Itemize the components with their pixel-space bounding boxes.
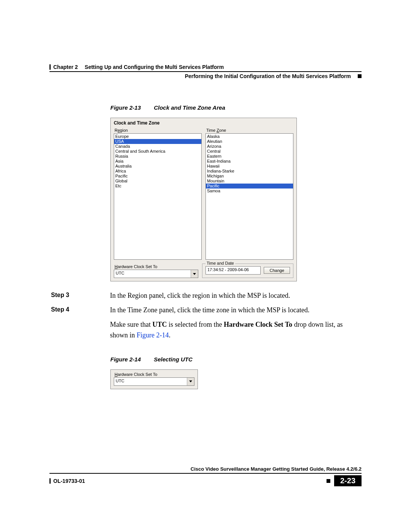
list-item[interactable]: Arizona bbox=[206, 144, 293, 149]
time-date-legend: Time and Date bbox=[206, 261, 235, 265]
hw-label-rest: ardware Clock Set To bbox=[118, 264, 157, 269]
step-4-label: Step 4 bbox=[49, 305, 110, 341]
chapter-title: Setting Up and Configuring the Multi Ser… bbox=[85, 64, 224, 70]
timezone-listbox[interactable]: AlaskaAleutianArizonaCentralEasternEast-… bbox=[206, 133, 293, 260]
list-item[interactable]: Central bbox=[206, 149, 293, 154]
footer-vbar-icon bbox=[49, 478, 51, 484]
figure-label: Figure 2-13 bbox=[110, 104, 152, 111]
list-item[interactable]: Aleutian bbox=[206, 139, 293, 144]
region-pane: Region EuropeUSACanadaCentral and South … bbox=[114, 128, 202, 260]
list-item[interactable]: Asia bbox=[114, 159, 201, 164]
panel-title: Clock and Time Zone bbox=[114, 120, 293, 126]
list-item[interactable]: Canada bbox=[114, 144, 201, 149]
figure-link-2-14[interactable]: Figure 2-14 bbox=[137, 331, 169, 339]
timezone-label: Time Zone bbox=[206, 128, 293, 133]
selecting-utc-screenshot: Hardware Clock Set To UTC bbox=[110, 369, 198, 389]
list-item[interactable]: Global bbox=[114, 179, 201, 184]
footer-square-icon bbox=[327, 479, 330, 483]
figure-label: Figure 2-14 bbox=[110, 356, 152, 363]
step-4: Step 4 In the Time Zone panel, click the… bbox=[49, 305, 362, 341]
list-item[interactable]: Russia bbox=[114, 154, 201, 159]
footer-row: OL-19733-01 2-23 bbox=[49, 475, 362, 486]
list-item[interactable]: Hawaii bbox=[206, 164, 293, 169]
hw-clock-value: UTC bbox=[114, 270, 191, 278]
hw-clock-label-2: Hardware Clock Set To bbox=[115, 372, 194, 377]
list-item[interactable]: Africa bbox=[114, 169, 201, 174]
running-header-line1: Chapter 2 Setting Up and Configuring the… bbox=[49, 64, 362, 70]
footer-rule bbox=[49, 473, 362, 474]
page: Chapter 2 Setting Up and Configuring the… bbox=[0, 0, 411, 532]
t: is selected from the bbox=[167, 321, 223, 328]
bold-hwclock: Hardware Clock Set To bbox=[224, 321, 292, 328]
region-label-post: gion bbox=[120, 128, 128, 133]
header-rule bbox=[49, 71, 362, 72]
region-label-pre: R bbox=[115, 128, 118, 133]
list-item[interactable]: Michigan bbox=[206, 174, 293, 179]
header-vbar-icon bbox=[49, 64, 51, 70]
hw-clock-value-2: UTC bbox=[114, 378, 187, 385]
chapter-label: Chapter 2 bbox=[53, 64, 78, 70]
hw-clock-dropdown-2[interactable]: UTC bbox=[114, 377, 194, 386]
panes-row: Region EuropeUSACanadaCentral and South … bbox=[114, 128, 293, 260]
list-item[interactable]: Pacific bbox=[206, 184, 293, 189]
figure-title: Selecting UTC bbox=[154, 356, 193, 363]
timezone-pane: Time Zone AlaskaAleutianArizonaCentralEa… bbox=[206, 128, 293, 260]
figure-title: Clock and Time Zone Area bbox=[154, 104, 225, 111]
step-3: Step 3 In the Region panel, click the re… bbox=[49, 291, 362, 301]
header-square-icon bbox=[358, 74, 362, 78]
clock-timezone-screenshot: Clock and Time Zone Region EuropeUSACana… bbox=[110, 118, 297, 281]
list-item[interactable]: Central and South America bbox=[114, 149, 201, 154]
step-4-extra: Make sure that UTC is selected from the … bbox=[110, 320, 362, 341]
hw2-rest: ardware Clock Set To bbox=[118, 372, 157, 377]
dropdown-button[interactable] bbox=[191, 270, 198, 278]
bottom-row: Hardware Clock Set To UTC Time and Date … bbox=[114, 264, 293, 278]
time-date-group: Time and Date 17:34:52 - 2009-04-06 Chan… bbox=[202, 264, 293, 278]
figure-caption-2-14: Figure 2-14 Selecting UTC bbox=[110, 356, 362, 363]
list-item[interactable]: Eastern bbox=[206, 154, 293, 159]
list-item[interactable]: Etc bbox=[114, 184, 201, 189]
list-item[interactable]: Europe bbox=[114, 134, 201, 139]
dropdown-button-2[interactable] bbox=[187, 378, 194, 385]
timezone-label-post: one bbox=[219, 128, 226, 133]
region-label: Region bbox=[115, 128, 202, 133]
hw-label-accel: H bbox=[115, 264, 118, 269]
time-date-value: 17:34:52 - 2009-04-06 bbox=[206, 266, 261, 275]
hw-clock-dropdown[interactable]: UTC bbox=[114, 270, 198, 278]
footer-guide-title: Cisco Video Surveillance Manager Getting… bbox=[49, 466, 362, 472]
chevron-down-icon bbox=[189, 380, 192, 382]
list-item[interactable]: USA bbox=[114, 139, 201, 144]
step-3-label: Step 3 bbox=[49, 291, 110, 301]
region-listbox[interactable]: EuropeUSACanadaCentral and South America… bbox=[114, 133, 202, 260]
chevron-down-icon bbox=[193, 273, 196, 275]
list-item[interactable]: Indiana-Starke bbox=[206, 169, 293, 174]
timezone-label-pre: Time bbox=[206, 128, 217, 133]
t: Make sure that bbox=[110, 321, 152, 328]
step-4-line1: In the Time Zone panel, click the time z… bbox=[110, 305, 362, 316]
change-button[interactable]: Change bbox=[264, 267, 290, 274]
list-item[interactable]: Mountain bbox=[206, 179, 293, 184]
page-number-badge: 2-23 bbox=[334, 475, 362, 486]
bold-utc: UTC bbox=[152, 321, 167, 328]
t: . bbox=[169, 331, 171, 339]
list-item[interactable]: Pacific bbox=[114, 174, 201, 179]
section-title: Performing the Initial Configuration of … bbox=[185, 73, 351, 79]
doc-id: OL-19733-01 bbox=[53, 478, 85, 484]
list-item[interactable]: Australia bbox=[114, 164, 201, 169]
step-4-body: In the Time Zone panel, click the time z… bbox=[110, 305, 362, 341]
figure-caption-2-13: Figure 2-13 Clock and Time Zone Area bbox=[110, 104, 362, 111]
page-footer: Cisco Video Surveillance Manager Getting… bbox=[49, 466, 362, 486]
list-item[interactable]: Alaska bbox=[206, 134, 293, 139]
step-3-body: In the Region panel, click the region in… bbox=[110, 291, 362, 301]
hw-clock-column: Hardware Clock Set To UTC bbox=[114, 264, 198, 278]
list-item[interactable]: East-Indiana bbox=[206, 159, 293, 164]
footer-right: 2-23 bbox=[327, 475, 362, 486]
hw-clock-label: Hardware Clock Set To bbox=[115, 264, 198, 269]
timezone-label-accel: Z bbox=[217, 128, 219, 133]
list-item[interactable]: Samoa bbox=[206, 189, 293, 193]
footer-left: OL-19733-01 bbox=[49, 478, 85, 484]
running-header-line2: Performing the Initial Configuration of … bbox=[49, 73, 362, 79]
hw2-accel: H bbox=[115, 372, 118, 377]
step-list: Step 3 In the Region panel, click the re… bbox=[49, 291, 362, 341]
